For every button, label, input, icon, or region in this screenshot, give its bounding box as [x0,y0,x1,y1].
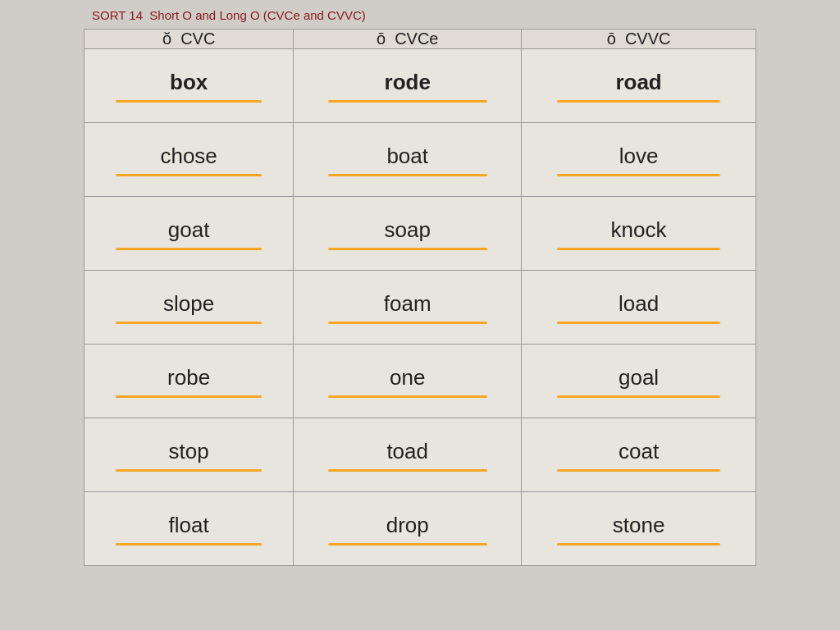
word-underline [328,469,487,472]
word-text: stop [84,439,293,464]
word-underline [328,395,487,398]
word-cell: robe [84,345,294,418]
word-cell: road [522,49,756,123]
word-cell: boat [294,123,522,197]
word-text: soap [294,217,521,243]
word-underline [557,174,720,176]
word-text: coat [522,439,756,464]
column-header-col1: ŏ CVC [84,30,294,49]
word-underline [116,543,262,546]
header-pattern: CVCe [395,30,438,48]
word-text: float [84,513,293,538]
word-cell: soap [294,197,522,271]
word-text: one [294,365,521,390]
word-cell: one [294,345,522,418]
word-text: chose [84,144,293,169]
table-row: floatdropstone [84,492,756,566]
word-cell: love [522,123,756,197]
column-header-col3: ō CVVC [522,30,756,49]
word-text: goat [84,217,293,243]
word-underline [328,248,487,250]
word-cell: goat [84,197,294,271]
word-underline [557,100,720,103]
word-cell: knock [522,197,756,271]
word-cell: load [522,271,756,345]
word-cell: stop [84,418,294,492]
word-cell: box [84,49,294,123]
word-text: stone [522,513,756,538]
word-text: love [522,144,756,169]
header-pattern: CVC [180,30,215,48]
header-diacritic: ŏ [162,30,171,48]
word-underline [328,174,487,176]
word-cell: stone [522,492,756,566]
table-row: goatsoapknock [84,197,756,271]
word-text: load [522,291,756,317]
word-text: drop [294,513,521,538]
header-pattern: CVVC [625,30,671,48]
word-text: boat [294,144,521,169]
word-cell: goal [522,345,756,418]
word-cell: float [84,492,294,566]
word-text: foam [294,291,521,317]
word-underline [116,395,262,398]
word-underline [328,543,487,546]
word-underline [557,543,720,546]
word-text: rode [294,70,521,95]
word-underline [116,322,262,324]
word-underline [557,469,720,472]
word-underline [328,100,487,103]
word-cell: toad [294,418,522,492]
word-text: box [84,70,293,95]
word-text: road [522,70,756,95]
word-underline [557,395,720,398]
word-underline [116,174,262,176]
header-diacritic: ō [377,30,386,48]
table-row: robeonegoal [84,345,756,418]
word-underline [557,322,720,324]
header-diacritic: ō [607,30,616,48]
table-row: slopefoamload [84,271,756,345]
sort-table: ŏ CVCō CVCeō CVVC boxroderoadchoseboatlo… [84,29,756,566]
word-cell: slope [84,271,294,345]
word-text: toad [294,439,521,464]
word-cell: foam [294,271,522,345]
word-underline [116,100,262,103]
page-title: SORT 14 Short O and Long O (CVCe and CVV… [84,8,756,22]
word-text: knock [522,217,756,243]
word-text: robe [84,365,293,390]
word-underline [328,322,487,324]
word-cell: coat [522,418,756,492]
table-row: choseboatlove [84,123,756,197]
word-underline [116,248,262,250]
word-cell: rode [294,49,522,123]
table-row: boxroderoad [84,49,756,123]
word-underline [557,248,720,250]
column-header-col2: ō CVCe [294,30,522,49]
word-cell: chose [84,123,294,197]
table-row: stoptoadcoat [84,418,756,492]
word-underline [116,469,262,472]
word-text: goal [522,365,756,390]
word-cell: drop [294,492,522,566]
word-text: slope [84,291,293,317]
